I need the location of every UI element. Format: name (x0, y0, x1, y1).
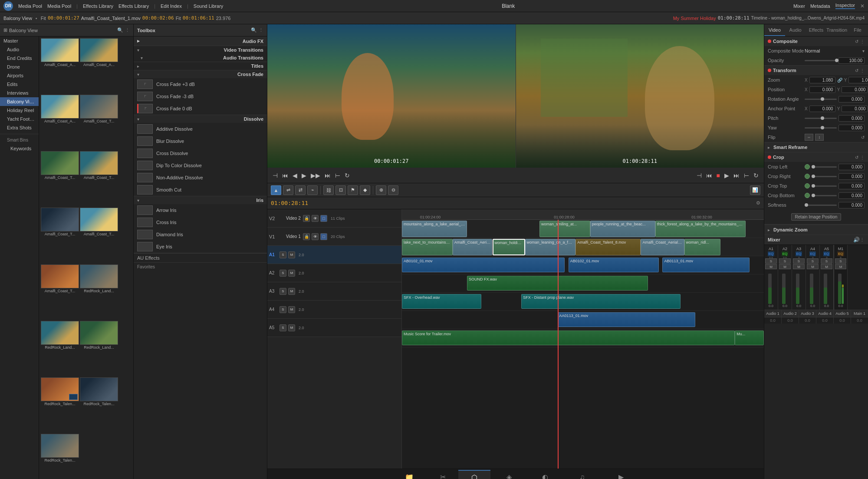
audio-clip-ab0113[interactable]: AB0113_01.mov (662, 258, 749, 272)
prog-play2[interactable]: ▶ (723, 171, 731, 180)
ch-a1-fader[interactable] (768, 269, 774, 304)
retain-image-btn[interactable]: Retain Image Position (791, 213, 842, 221)
nav-edit[interactable]: ⬡ Edit (458, 470, 490, 479)
pitch-field[interactable]: 0.000 (838, 115, 865, 122)
zoom-in-btn[interactable]: ⊕ (376, 185, 386, 195)
crop-top-slider[interactable] (812, 185, 837, 187)
transform-expand-icon[interactable]: ⋮ (860, 68, 865, 73)
flip-v-btn[interactable]: ↕ (815, 134, 824, 141)
metadata-btn[interactable]: Metadata (810, 3, 830, 9)
transform-header[interactable]: Transform ↺ ⋮ (764, 66, 868, 75)
smooth-cut[interactable]: Smooth Cut (134, 184, 267, 196)
ch-a5-s[interactable]: S (821, 258, 832, 264)
ch-a5-eq[interactable]: EQ (823, 251, 830, 256)
clip-woman-smiling[interactable]: woman_smiling_at... (539, 221, 590, 237)
clip-amalfi-aerial-2[interactable]: Amalfi_Coast_Aerial_... (641, 239, 684, 255)
crop-left-slider[interactable] (812, 166, 837, 168)
ch-a2-m[interactable]: M (779, 264, 791, 269)
dynamic-zoom-section[interactable]: ▸ Dynamic Zoom (764, 225, 868, 235)
thumb-amalfi-9[interactable]: Amalfi_Coast_T... (41, 264, 79, 320)
audio-clip-sound-fx[interactable]: SOUND FX.wav (467, 276, 648, 291)
dynamic-trim-tool[interactable]: ⇄ (295, 185, 306, 195)
pos-x-field[interactable]: 0.000 (809, 86, 835, 93)
tab-audio[interactable]: Audio (785, 24, 806, 36)
bin-item-end-credits[interactable]: End Credits (0, 54, 39, 63)
blade-tool[interactable]: ⌁ (307, 185, 318, 195)
prev-clip-btn[interactable]: ⏮ (280, 171, 290, 180)
pitch-slider[interactable] (805, 118, 837, 119)
prog-play[interactable]: ■ (715, 171, 722, 180)
opacity-field[interactable]: 100.00 (838, 57, 865, 64)
composite-header[interactable]: Composite ↺ ⋮ (764, 36, 868, 46)
opacity-slider[interactable] (805, 60, 837, 61)
bin-item-yacht-footage[interactable]: Yacht Footage (0, 115, 39, 123)
zoom-chain-icon[interactable]: 🔗 (837, 78, 842, 83)
cropping-header[interactable]: Crop ↺ ⋮ (764, 152, 868, 162)
bin-item-extra-shots[interactable]: Extra Shots (0, 123, 39, 132)
fit2[interactable]: Fit (176, 16, 181, 21)
bin-item-airports[interactable]: Airports (0, 71, 39, 80)
cropping-reset-icon[interactable]: ↺ (855, 155, 858, 160)
audio-clip-sfx-overhead[interactable]: SFX - Overhead.wav (402, 294, 481, 309)
crop-left-field[interactable]: 0.000 (838, 164, 865, 170)
mixer-btn[interactable]: Mixer (793, 3, 805, 9)
trim-tool[interactable]: ⇌ (283, 185, 293, 195)
a3-m-btn[interactable]: M (288, 288, 295, 295)
a5-m-btn[interactable]: M (288, 324, 295, 331)
ch-a3-fader[interactable] (796, 269, 802, 304)
ch-a1-eq[interactable]: EQ (768, 251, 775, 256)
thumb-amalfi-3[interactable]: Amalfi_Coast_A... (41, 95, 79, 150)
eye-iris[interactable]: Eye Iris (134, 241, 267, 253)
nav-cut[interactable]: ✂ Cut (427, 470, 459, 479)
thumb-amalfi-6[interactable]: Amalfi_Coast_T... (80, 151, 118, 207)
toolbox-search-icon[interactable]: 🔍 (251, 27, 257, 33)
nav-fusion[interactable]: ◈ Fusion (490, 470, 528, 479)
thumb-redrock-5[interactable]: RedRock_Talen... (80, 377, 118, 433)
media-pool-btn[interactable]: Media Pool (18, 3, 42, 9)
loop-btn[interactable]: ↻ (343, 171, 352, 180)
step-fwd-btn[interactable]: ▶▶ (309, 171, 322, 180)
bin-item-master[interactable]: Master (0, 36, 39, 45)
flip-h-btn[interactable]: ↔ (805, 134, 813, 141)
ch-a4-fader[interactable] (810, 269, 815, 304)
nav-deliver[interactable]: ▶ Deliver (602, 470, 640, 479)
prog-prev[interactable]: ⏮ (704, 171, 714, 180)
clip-mountains[interactable]: mountains_along_a_lake_aerial_by... (402, 221, 467, 237)
prog-loop[interactable]: ↻ (752, 171, 760, 180)
cropping-expand-icon[interactable]: ⋮ (860, 155, 865, 160)
ch-a3-s[interactable]: S (793, 258, 805, 264)
bin-item-keywords[interactable]: Keywords (3, 144, 35, 153)
crossfade-0[interactable]: ⟌ Cross Fade 0 dB (134, 102, 267, 115)
bin-item-holiday-reel[interactable]: Holiday Reel (0, 106, 39, 115)
tab-transition[interactable]: Transition (826, 24, 847, 36)
ch-m1-fader[interactable] (838, 269, 844, 304)
thumb-redrock-3[interactable]: RedRock_Land... (80, 321, 118, 377)
mark-out-btn[interactable]: ⊢ (333, 171, 342, 180)
rotation-slider[interactable] (805, 99, 837, 100)
toolbox-section-audio-fx[interactable]: ▸ Audio FX (134, 36, 267, 46)
thumb-redrock-4[interactable]: RedRock_Talen... (41, 377, 79, 433)
rotation-field[interactable]: 0.000 (838, 96, 865, 102)
thumb-amalfi-7[interactable]: Amalfi_Coast_T... (41, 208, 79, 263)
audio-transitions-header[interactable]: ▾ Audio Transitions (134, 54, 267, 62)
a1-btn[interactable]: S (279, 251, 286, 258)
iris-group-header[interactable]: ▾ Iris (134, 196, 267, 204)
anchor-x-field[interactable]: 0.000 (809, 106, 835, 112)
crop-left-link[interactable] (805, 164, 810, 169)
a4-btn[interactable]: S (279, 306, 286, 313)
transform-reset-all[interactable]: ↺ (861, 135, 865, 140)
a5-btn[interactable]: S (279, 324, 286, 331)
ch-a2-s[interactable]: S (779, 258, 791, 264)
titles-header[interactable]: ▸ Titles (134, 62, 267, 70)
marker-btn[interactable]: ◆ (360, 185, 370, 195)
media-pool-label[interactable]: Media Pool (47, 3, 71, 9)
ch-a4-m[interactable]: M (807, 264, 819, 269)
inspector-btn[interactable]: Inspector (835, 3, 855, 9)
clip-woman-ridl[interactable]: woman_ridl... (684, 239, 720, 255)
ch-a1-m[interactable]: M (765, 264, 777, 269)
v2-lock-btn[interactable]: 🔒 (303, 215, 310, 222)
yaw-slider[interactable] (805, 127, 837, 129)
ch-a1-s[interactable]: S (765, 258, 777, 264)
smart-reframe-header[interactable]: ▸ Smart Reframe (764, 142, 868, 152)
composite-reset-icon[interactable]: ↺ (855, 39, 858, 44)
